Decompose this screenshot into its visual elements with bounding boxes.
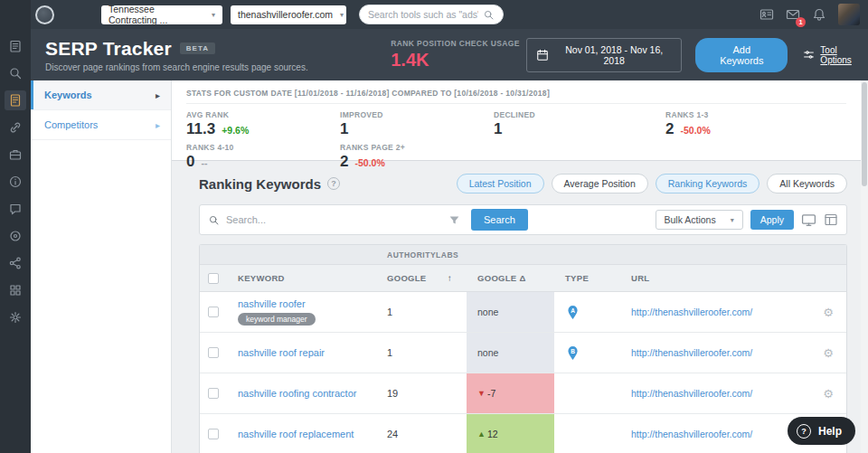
table-row: nashville roofing contractor 19 ▼-7 http… bbox=[200, 373, 846, 414]
provider-label: AUTHORITYLABS bbox=[376, 250, 554, 260]
local-icon[interactable] bbox=[5, 226, 26, 246]
vertical-scrollbar[interactable] bbox=[861, 80, 868, 453]
business-icon[interactable] bbox=[5, 145, 26, 165]
row-checkbox[interactable] bbox=[208, 307, 219, 317]
keyword-manager-badge: keyword manager bbox=[238, 313, 316, 326]
result-url-link[interactable]: http://thenashvilleroofer.com/ bbox=[631, 347, 752, 358]
google-delta: ▲12 bbox=[467, 414, 554, 453]
icon-rail bbox=[0, 0, 31, 453]
monitor-icon[interactable] bbox=[801, 212, 816, 228]
columns-settings-icon[interactable] bbox=[824, 212, 838, 227]
profile-avatar[interactable] bbox=[838, 4, 860, 25]
search-icon[interactable] bbox=[483, 9, 495, 21]
result-url-link[interactable]: http://thenashvilleroofer.com/ bbox=[631, 307, 752, 317]
beta-badge: BETA bbox=[180, 42, 215, 54]
filter-funnel-icon[interactable] bbox=[448, 214, 460, 226]
col-url[interactable]: URL bbox=[620, 273, 806, 283]
date-range-value: Nov 01, 2018 - Nov 16, 2018 bbox=[556, 44, 672, 66]
info-icon[interactable] bbox=[5, 172, 26, 192]
add-keywords-button[interactable]: Add Keywords bbox=[695, 38, 788, 72]
col-google-delta[interactable]: GOOGLE Δ bbox=[467, 273, 554, 283]
notification-badge: 1 bbox=[796, 17, 806, 27]
keyword-link[interactable]: nashville roofing contractor bbox=[238, 388, 356, 399]
domain-selector-value: thenashvilleroofer.com bbox=[238, 9, 333, 20]
domain-selector[interactable]: thenashvilleroofer.com ▾ bbox=[231, 5, 346, 24]
usage-block: RANK POSITION CHECK USAGE 1.4K bbox=[391, 39, 523, 71]
bulk-actions-select[interactable]: Bulk Actions ▾ bbox=[656, 210, 743, 230]
contacts-icon[interactable] bbox=[760, 7, 774, 22]
row-checkbox[interactable] bbox=[208, 429, 219, 439]
arrow-right-icon: ▸ bbox=[156, 120, 160, 130]
triangle-down-icon: ▼ bbox=[477, 389, 486, 398]
google-rank: 24 bbox=[376, 429, 467, 439]
subnav-competitors-label: Competitors bbox=[44, 119, 98, 130]
share-icon[interactable] bbox=[5, 253, 26, 273]
scrollbar-thumb[interactable] bbox=[862, 82, 867, 186]
triangle-up-icon: ▲ bbox=[477, 429, 486, 439]
section-title: Ranking Keywords bbox=[199, 176, 321, 192]
tool-options-icon bbox=[803, 49, 815, 61]
main-content: Ranking Keywords ? Latest Position Avera… bbox=[172, 161, 861, 453]
keyword-search bbox=[208, 214, 445, 226]
help-question-icon[interactable]: ? bbox=[327, 177, 340, 190]
help-button[interactable]: ? Help bbox=[788, 417, 855, 445]
keyword-link[interactable]: nashville roof replacement bbox=[238, 429, 354, 439]
row-settings-gear-icon[interactable]: ⚙ bbox=[806, 346, 846, 360]
keyword-link[interactable]: nashville roof repair bbox=[238, 347, 325, 358]
subnav-item-competitors[interactable]: Competitors ▸ bbox=[31, 110, 171, 140]
row-checkbox[interactable] bbox=[208, 388, 219, 399]
filter-all-keywords[interactable]: All Keywords bbox=[767, 174, 847, 193]
serp-tracker-app: Tennessee Contracting ... ▾ thenashville… bbox=[0, 0, 868, 453]
view-filters: Latest Position Average Position Ranking… bbox=[457, 174, 847, 193]
search-button[interactable]: Search bbox=[471, 209, 528, 231]
bell-icon[interactable] bbox=[812, 7, 826, 22]
keyword-search-input[interactable] bbox=[226, 214, 445, 225]
settings-gear-icon[interactable] bbox=[5, 307, 26, 327]
col-google[interactable]: GOOGLE↑ bbox=[376, 273, 467, 283]
tool-search bbox=[359, 5, 504, 24]
col-type[interactable]: TYPE bbox=[554, 273, 620, 283]
result-url-link[interactable]: http://thenashvilleroofer.com/ bbox=[631, 388, 752, 399]
messages-icon[interactable] bbox=[5, 199, 26, 219]
metric-avg-rank: AVG RANK 11.3+9.6% bbox=[186, 110, 340, 138]
usage-value: 1.4K bbox=[391, 50, 523, 71]
subnav-item-keywords[interactable]: Keywords ▸ bbox=[31, 80, 171, 110]
calendar-icon bbox=[536, 49, 549, 61]
google-rank: 1 bbox=[376, 307, 467, 317]
tool-search-input[interactable] bbox=[368, 9, 478, 20]
type-cell: B bbox=[554, 345, 620, 361]
account-selector[interactable]: Tennessee Contracting ... ▾ bbox=[101, 5, 222, 24]
filter-ranking-keywords[interactable]: Ranking Keywords bbox=[656, 174, 760, 193]
arrow-right-icon: ▸ bbox=[156, 90, 160, 100]
serp-tracker-icon[interactable] bbox=[5, 90, 26, 110]
google-delta: none bbox=[467, 333, 554, 373]
top-bar: Tennessee Contracting ... ▾ thenashville… bbox=[31, 0, 868, 29]
page-header: SERP Tracker BETA Discover page rankings… bbox=[31, 29, 868, 80]
row-settings-gear-icon[interactable]: ⚙ bbox=[806, 306, 846, 319]
help-question-icon: ? bbox=[797, 424, 811, 439]
date-range-picker[interactable]: Nov 01, 2018 - Nov 16, 2018 bbox=[526, 38, 682, 72]
usage-label: RANK POSITION CHECK USAGE bbox=[391, 39, 523, 48]
apply-button[interactable]: Apply bbox=[750, 210, 794, 230]
result-url-link[interactable]: http://thenashvilleroofer.com/ bbox=[631, 429, 752, 439]
col-keyword[interactable]: KEYWORD bbox=[227, 273, 376, 283]
google-rank: 1 bbox=[376, 347, 467, 358]
table-group-header: AUTHORITYLABS bbox=[200, 245, 846, 265]
row-settings-gear-icon[interactable]: ⚙ bbox=[806, 387, 846, 401]
messages-mail-icon[interactable]: 1 bbox=[786, 7, 800, 22]
svg-text:B: B bbox=[571, 347, 575, 354]
filter-latest-position[interactable]: Latest Position bbox=[457, 174, 544, 193]
tool-options-link[interactable]: Tool Options bbox=[803, 45, 868, 65]
app-logo[interactable] bbox=[35, 5, 54, 24]
row-checkbox[interactable] bbox=[208, 347, 219, 358]
filter-average-position[interactable]: Average Position bbox=[552, 174, 648, 193]
links-icon[interactable] bbox=[5, 118, 26, 137]
metric-delta: -50.0% bbox=[680, 125, 710, 136]
keyword-link[interactable]: nashville roofer bbox=[238, 298, 306, 309]
reports-icon[interactable] bbox=[5, 36, 26, 56]
search-icon[interactable] bbox=[5, 63, 26, 83]
page-subtitle: Discover page rankings from search engin… bbox=[45, 62, 391, 72]
select-all-checkbox[interactable] bbox=[208, 273, 219, 284]
apps-icon[interactable] bbox=[5, 280, 26, 300]
stats-panel: STATS FOR CUSTOM DATE [11/01/2018 - 11/1… bbox=[172, 80, 861, 161]
